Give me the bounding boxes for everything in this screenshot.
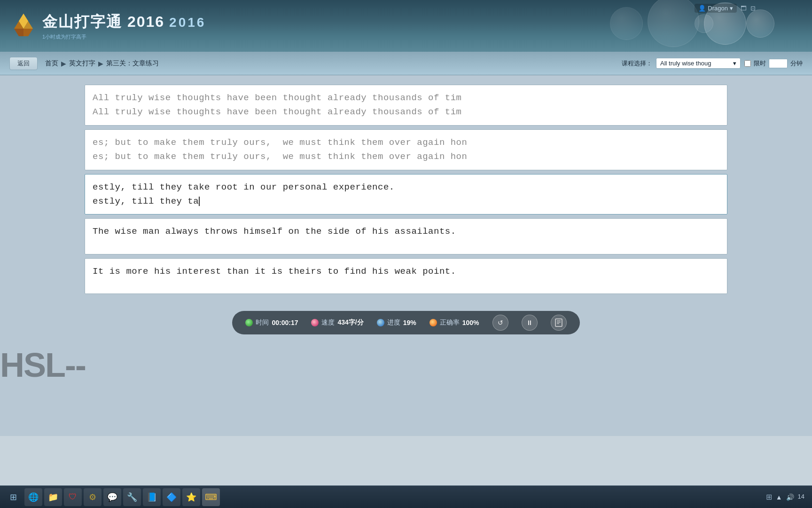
- stat-accuracy-value: 100%: [462, 319, 479, 326]
- svg-rect-7: [555, 319, 562, 326]
- stat-progress-icon: [377, 319, 384, 326]
- pause-button[interactable]: ⏸: [522, 315, 538, 331]
- taskbar-right: ⊞ ▲ 🔊 14: [766, 492, 808, 501]
- taskbar-volume-icon[interactable]: 🔊: [786, 493, 794, 501]
- stat-progress-value: 19%: [403, 319, 416, 326]
- time-limit-checkbox[interactable]: [744, 60, 751, 67]
- restart-button[interactable]: ↺: [492, 315, 508, 331]
- stat-accuracy: 正确率 100%: [429, 318, 479, 327]
- app-subtitle: 1小时成为打字高手: [42, 33, 206, 40]
- time-limit-input[interactable]: [769, 59, 788, 68]
- status-bar: 时间 00:00:17 速度 434字/分 进度 19% 正确率 100% ↺ …: [232, 311, 579, 334]
- taskbar-network-icon: ▲: [776, 493, 782, 501]
- window-icon2: ⊡: [750, 5, 756, 12]
- taskbar-app8[interactable]: ⭐: [182, 488, 200, 506]
- user-icon: 👤: [698, 5, 706, 12]
- text-block-3[interactable]: estly, till they take root in our person…: [85, 174, 727, 215]
- course-select-area: 课程选择： All truly wise thoug ▾ 限时 分钟: [622, 58, 803, 69]
- back-button[interactable]: 返回: [9, 57, 38, 70]
- taskbar-clock: 14: [798, 493, 804, 501]
- time-limit-area: 限时 分钟: [744, 59, 803, 68]
- time-limit-label: 限时: [754, 59, 766, 68]
- svg-marker-5: [14, 29, 23, 36]
- text-block-4: The wise man always throws himself on th…: [85, 218, 727, 254]
- stat-speed-value: 434字/分: [337, 318, 363, 327]
- taskbar-edge[interactable]: 🌐: [24, 488, 42, 506]
- logo-area: 金山打字通 2016 2016 1小时成为打字高手: [9, 12, 206, 40]
- taskbar-active-app[interactable]: ⌨: [202, 488, 220, 506]
- stat-progress: 进度 19%: [377, 318, 416, 327]
- window-icon1: 🗔: [741, 5, 747, 12]
- breadcrumb-home[interactable]: 首页: [45, 59, 58, 68]
- stat-progress-label: 进度: [387, 318, 400, 327]
- stat-time-value: 00:00:17: [272, 319, 298, 326]
- logo-icon: [9, 12, 38, 40]
- start-button[interactable]: ⊞: [4, 488, 23, 506]
- breadcrumb-current[interactable]: 第三关：文章练习: [106, 59, 159, 68]
- breadcrumb-sep2: ▶: [98, 60, 103, 67]
- text-line-1-2: All truly wise thoughts have been though…: [93, 105, 719, 119]
- main-content: All truly wise thoughts have been though…: [0, 75, 812, 303]
- logo-text-area: 金山打字通 2016 2016 1小时成为打字高手: [42, 12, 206, 40]
- bottom-area: HSL--: [0, 342, 812, 436]
- status-bar-wrapper: 时间 00:00:17 速度 434字/分 进度 19% 正确率 100% ↺ …: [0, 303, 812, 342]
- taskbar-explorer[interactable]: 📁: [44, 488, 62, 506]
- breadcrumb: 首页 ▶ 英文打字 ▶ 第三关：文章练习: [45, 59, 159, 68]
- stat-time: 时间 00:00:17: [245, 318, 298, 327]
- course-dropdown[interactable]: All truly wise thoug ▾: [656, 58, 741, 69]
- stat-time-label: 时间: [256, 318, 269, 327]
- text-line-3-2: estly, till they ta: [93, 194, 719, 208]
- system-bar: 👤 Dragon ▾ 🗔 ⊡: [695, 4, 756, 13]
- text-block-1: All truly wise thoughts have been though…: [85, 85, 727, 126]
- user-indicator[interactable]: 👤 Dragon ▾: [695, 4, 737, 13]
- app-header: 金山打字通 2016 2016 1小时成为打字高手 👤 Dragon ▾ 🗔 ⊡: [0, 0, 812, 52]
- taskbar-time-value: 14: [798, 493, 804, 501]
- taskbar-app4[interactable]: ⚙: [84, 488, 102, 506]
- text-line-2-1: es; but to make them truly ours, we must…: [93, 135, 719, 150]
- app-year: 2016: [169, 15, 206, 30]
- report-icon: [554, 318, 563, 327]
- app-title: 金山打字通 2016: [42, 12, 164, 32]
- text-line-4-1: The wise man always throws himself on th…: [93, 224, 719, 238]
- taskbar: ⊞ 🌐 📁 🛡 ⚙ 💬 🔧 📘 🔷 ⭐ ⌨ ⊞ ▲ 🔊 14: [0, 485, 812, 508]
- stat-speed: 速度 434字/分: [311, 318, 363, 327]
- taskbar-app6[interactable]: 📘: [143, 488, 161, 506]
- watermark-text: HSL--: [0, 346, 86, 384]
- text-line-1-1: All truly wise thoughts have been though…: [93, 91, 719, 105]
- taskbar-shield[interactable]: 🛡: [64, 488, 82, 506]
- text-block-2: es; but to make them truly ours, we must…: [85, 129, 727, 170]
- stat-speed-icon: [311, 319, 319, 326]
- time-unit: 分钟: [790, 59, 803, 68]
- course-label: 课程选择：: [622, 59, 652, 68]
- text-cursor: [199, 197, 200, 206]
- navigation-bar: 返回 首页 ▶ 英文打字 ▶ 第三关：文章练习 课程选择： All truly …: [0, 52, 812, 75]
- username: Dragon: [708, 5, 728, 12]
- taskbar-grid-icon[interactable]: ⊞: [766, 492, 772, 501]
- taskbar-wechat[interactable]: 💬: [103, 488, 121, 506]
- course-value: All truly wise thoug: [660, 60, 711, 67]
- header-decoration: [596, 0, 784, 52]
- stat-time-icon: [245, 319, 253, 326]
- breadcrumb-typing[interactable]: 英文打字: [69, 59, 95, 68]
- text-line-3-1: estly, till they take root in our person…: [93, 180, 719, 194]
- taskbar-app7[interactable]: 🔷: [163, 488, 180, 506]
- user-dropdown-arrow: ▾: [730, 5, 733, 12]
- stat-accuracy-label: 正确率: [440, 318, 460, 327]
- text-block-5: It is more his interest than it is their…: [85, 258, 727, 294]
- text-line-2-2: es; but to make them truly ours, we must…: [93, 150, 719, 164]
- stat-accuracy-icon: [429, 319, 437, 326]
- breadcrumb-sep1: ▶: [61, 60, 66, 67]
- report-button[interactable]: [551, 315, 567, 331]
- text-line-5-1: It is more his interest than it is their…: [93, 264, 719, 278]
- dropdown-arrow-icon: ▾: [733, 60, 736, 67]
- svg-marker-6: [23, 29, 33, 36]
- stat-speed-label: 速度: [321, 318, 335, 327]
- taskbar-app5[interactable]: 🔧: [123, 488, 141, 506]
